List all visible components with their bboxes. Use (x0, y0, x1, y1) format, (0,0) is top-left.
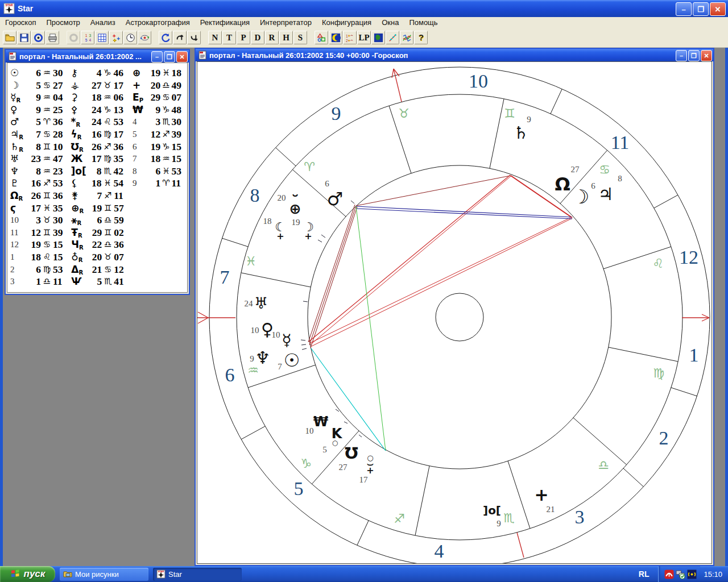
toolbar-button-N[interactable]: N (208, 31, 222, 44)
planet-degree-lilith: 18 (263, 217, 272, 226)
toolbar-globe[interactable] (371, 31, 385, 44)
toolbar-rotate-up[interactable] (173, 31, 187, 44)
planet-glyph-pluto: + (366, 465, 374, 476)
toolbar-rotate-down[interactable] (187, 31, 201, 44)
toolbar-printer[interactable] (46, 31, 59, 44)
toolbar-button-D[interactable]: D (251, 31, 264, 44)
tray-antivirus-icon[interactable] (664, 569, 674, 579)
house-number-7: 7 (220, 267, 230, 288)
toolbar-button-P[interactable]: P (237, 31, 250, 44)
planet-glyph-sun: ☉ (284, 350, 300, 371)
task-buttons: Мои рисункиSTARStar (55, 568, 242, 581)
main-window-title: Star (18, 4, 33, 13)
document-icon (198, 51, 207, 60)
menu-item-8[interactable]: Окна (377, 18, 404, 27)
toolbar-shapes[interactable] (315, 31, 328, 44)
chart-minimize-button[interactable]: – (676, 50, 687, 61)
menu-item-7[interactable]: Конфигурация (317, 18, 377, 27)
main-titlebar: STAR Star – ❐ ✕ (0, 0, 728, 17)
close-button[interactable]: ✕ (710, 2, 726, 16)
chart-titlebar[interactable]: портал - Натальный 26:01:2002 15:40 +00:… (196, 49, 713, 61)
planet-glyph-mercury: ☿ (282, 331, 291, 350)
table-row: 1112♊39ŦR29♊02 (7, 227, 187, 239)
panel-close-button[interactable]: ✕ (176, 51, 188, 63)
toolbar-table-grid[interactable] (95, 31, 109, 44)
taskbar-button-мои-рисунки[interactable]: Мои рисунки (60, 568, 148, 581)
house-number-11: 11 (611, 132, 630, 153)
table-row: ΩR26♊36⚵7♐11 (7, 190, 187, 202)
planet-glyph-vertex-point: ˘ (291, 192, 299, 211)
table-row: 103♉30⚹R6♎59 (7, 214, 187, 227)
planet-glyph-saturn: ♄ (514, 123, 529, 143)
toolbar-dot-line[interactable] (386, 31, 399, 44)
planet-glyph-cross-of-fate: + (534, 485, 548, 505)
toolbar-orbit[interactable] (138, 31, 151, 44)
panel-maximize-button[interactable]: ❐ (164, 51, 175, 63)
chart-maximize-button[interactable]: ❐ (688, 50, 700, 61)
planet-glyph-proserpina: ]o[ (483, 504, 501, 517)
planet-glyph-mars: ♂ (327, 188, 344, 210)
planet-degree-white-moon: 10 (305, 426, 314, 435)
svg-text:5: 5 (85, 38, 87, 42)
minimize-button[interactable]: – (676, 2, 692, 16)
toolbar-ring-disabled[interactable] (67, 31, 80, 44)
house-number-10: 10 (469, 70, 488, 92)
toolbar-button-LP[interactable]: LP (357, 31, 371, 44)
toolbar-target[interactable] (31, 31, 45, 44)
menu-item-6[interactable]: Интерпретатор (255, 18, 317, 27)
chart-close-button[interactable]: ✕ (701, 50, 712, 61)
menu-item-5[interactable]: Ректификация (195, 18, 255, 27)
table-row: ϛ17♓35⊕R19♊57 (7, 202, 187, 215)
toolbar-list-stars[interactable]: 12 (343, 31, 357, 44)
toolbar-open-folder[interactable] (3, 31, 16, 44)
toolbar-grid-numbers[interactable]: 1354 (81, 31, 94, 44)
panel-minimize-button[interactable]: – (151, 51, 163, 63)
menu-item-9[interactable]: Помощь (404, 18, 442, 27)
toolbar-help[interactable]: ?? (414, 31, 428, 44)
tray-radiation-icon[interactable] (687, 569, 697, 579)
planet-table-titlebar[interactable]: портал - Натальный 26:01:2002 ... – ❐ ✕ (6, 50, 189, 63)
menu-item-2[interactable]: Просмотр (41, 18, 85, 27)
language-indicator[interactable]: RL (639, 569, 650, 579)
toolbar-button-S[interactable]: S (293, 31, 307, 44)
start-button[interactable]: пуск (0, 566, 55, 582)
planet-glyph-jupiter: ♃ (598, 184, 614, 204)
toolbar-button-H[interactable]: H (279, 31, 293, 44)
table-row: ♃R7♋28ϟR16♍17512♐39 (7, 128, 187, 141)
toolbar-moon[interactable] (329, 31, 342, 44)
toolbar-refresh[interactable] (159, 31, 172, 44)
menu-item-3[interactable]: Анализ (85, 18, 121, 27)
menu-item-4[interactable]: Астрокартография (121, 18, 195, 27)
tray-icon-area (658, 566, 700, 582)
house-number-12: 12 (679, 247, 698, 268)
menu-item-1[interactable]: Гороскоп (0, 18, 41, 27)
toolbar-button-T[interactable]: T (222, 31, 236, 44)
tray-network-icon[interactable] (676, 569, 685, 579)
zodiac-sign-glyph: ♋ (599, 163, 610, 177)
house-number-1: 1 (689, 344, 699, 365)
planet-degree-jupiter: 8 (618, 174, 622, 183)
planet-degree-mercury: 10 (272, 330, 280, 339)
planet-glyph-south-node: ℧ (345, 444, 358, 463)
planet-degree-cross-of-fate: 21 (547, 505, 555, 514)
toolbar-clock[interactable] (123, 31, 137, 44)
zodiac-sign-glyph: ♐ (394, 512, 405, 526)
toolbar-stars[interactable] (109, 31, 123, 44)
toolbar-chart-lines[interactable] (400, 31, 413, 44)
svg-text:STAR: STAR (5, 3, 13, 7)
planet-glyph-moon: ☽ (572, 185, 589, 208)
zodiac-sign-glyph: ♏ (503, 511, 515, 525)
taskbar-clock[interactable]: 15:10 (704, 570, 722, 579)
planet-degree-vertex-point: 20 (278, 193, 286, 202)
toolbar-save[interactable] (17, 31, 31, 44)
star-application-window: STAR Star – ❐ ✕ ГороскопПросмотрАнализАс… (0, 0, 728, 582)
house-number-8: 8 (250, 185, 260, 206)
planet-table-title: портал - Натальный 26:01:2002 ... (19, 52, 142, 61)
taskbar-button-star[interactable]: STARStar (153, 568, 242, 581)
toolbar-button-R[interactable]: R (265, 31, 279, 44)
svg-text:1: 1 (345, 34, 348, 38)
house-number-6: 6 (225, 364, 235, 385)
svg-text:3: 3 (89, 33, 91, 37)
svg-text:2: 2 (345, 39, 348, 43)
maximize-button[interactable]: ❐ (693, 2, 709, 16)
